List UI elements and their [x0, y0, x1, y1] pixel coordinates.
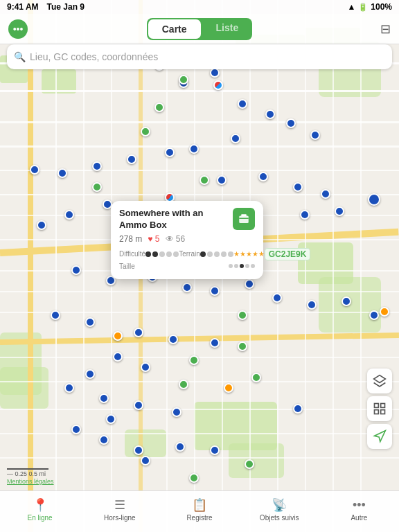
- cache-pin-green[interactable]: [179, 380, 188, 389]
- cache-pin[interactable]: [134, 445, 143, 455]
- cache-pin[interactable]: [85, 317, 95, 327]
- difficulte-label: Difficulté: [119, 250, 145, 258]
- cache-pin[interactable]: [238, 99, 247, 109]
- cache-pin[interactable]: [182, 283, 192, 292]
- tab-en-ligne[interactable]: 📍 En ligne: [0, 497, 80, 522]
- cache-pin[interactable]: [134, 400, 143, 410]
- cache-pin[interactable]: [57, 168, 67, 178]
- cache-pin[interactable]: [127, 154, 136, 164]
- cache-pin[interactable]: [134, 328, 143, 337]
- cache-pin-green[interactable]: [179, 75, 188, 85]
- cache-pin[interactable]: [71, 265, 81, 275]
- stars: ★★★★★: [233, 250, 265, 258]
- cache-pin[interactable]: [293, 404, 303, 414]
- cache-pin[interactable]: [51, 310, 60, 320]
- cache-pin[interactable]: [258, 172, 268, 181]
- menu-button[interactable]: •••: [8, 19, 28, 39]
- cache-pin[interactable]: [175, 442, 185, 452]
- cache-pin[interactable]: [245, 279, 254, 289]
- cache-pin[interactable]: [217, 175, 227, 185]
- cache-pin[interactable]: [342, 296, 351, 306]
- cache-pin-orange[interactable]: [113, 331, 123, 341]
- cache-pin[interactable]: [189, 144, 199, 154]
- cache-pin[interactable]: [30, 165, 39, 175]
- cache-pin-green[interactable]: [238, 342, 247, 351]
- tab-hors-ligne-label: Hors-ligne: [104, 514, 136, 522]
- cache-pin-green[interactable]: [200, 175, 209, 185]
- objets-suivis-icon: 📡: [272, 497, 287, 513]
- scale-line: [7, 468, 48, 470]
- cache-pin[interactable]: [231, 134, 240, 143]
- cache-pin[interactable]: [210, 286, 220, 296]
- svg-marker-8: [375, 431, 386, 442]
- scale-label: — 0.25 0.5 mi: [7, 470, 54, 477]
- svg-rect-7: [381, 410, 385, 414]
- legal-link[interactable]: Mentions légales: [7, 478, 54, 485]
- tab-liste[interactable]: Liste: [202, 18, 253, 40]
- map-controls: [367, 369, 392, 449]
- cache-pin-green[interactable]: [141, 127, 150, 136]
- tab-carte[interactable]: Carte: [148, 19, 201, 39]
- cache-pin[interactable]: [168, 335, 178, 344]
- cache-pin[interactable]: [265, 109, 275, 119]
- cache-pin[interactable]: [210, 445, 220, 455]
- tab-objets-suivis[interactable]: 📡 Objets suivis: [240, 497, 319, 522]
- layers-button[interactable]: [367, 369, 392, 393]
- cache-pin[interactable]: [272, 293, 282, 303]
- cache-pin[interactable]: [37, 220, 46, 230]
- tab-autre[interactable]: ••• Autre: [319, 498, 399, 522]
- cache-popup: Somewhere with an Ammo Box 278 m ♥ 5 👁 5…: [111, 201, 263, 279]
- cache-pin-multi[interactable]: [213, 80, 223, 90]
- cache-pin[interactable]: [321, 189, 330, 199]
- tab-hors-ligne[interactable]: ☰ Hors-ligne: [80, 497, 159, 522]
- cache-pin[interactable]: [71, 425, 81, 434]
- taille-label: Taille: [119, 263, 164, 270]
- cache-pin-green[interactable]: [238, 310, 247, 320]
- cache-pin[interactable]: [172, 407, 181, 417]
- filter-button[interactable]: ⊟: [380, 21, 391, 37]
- cache-pin-orange[interactable]: [224, 383, 233, 393]
- cache-pin[interactable]: [307, 300, 317, 310]
- cache-pin[interactable]: [368, 193, 380, 206]
- map[interactable]: 280: [0, 0, 399, 532]
- search-placeholder: Lieu, GC codes, coordonnées: [30, 51, 158, 62]
- scale-bar: — 0.25 0.5 mi Mentions légales: [7, 468, 54, 485]
- cache-pin[interactable]: [64, 210, 74, 220]
- cache-pin-green[interactable]: [154, 103, 164, 112]
- cache-pin[interactable]: [106, 414, 116, 424]
- search-bar[interactable]: 🔍 Lieu, GC codes, coordonnées: [7, 44, 392, 69]
- cache-pin-green[interactable]: [189, 473, 199, 483]
- cache-pin[interactable]: [293, 182, 303, 192]
- cache-pin[interactable]: [64, 383, 74, 393]
- cache-pin[interactable]: [210, 338, 220, 348]
- cache-pin[interactable]: [141, 362, 150, 372]
- cache-pin[interactable]: [286, 118, 296, 128]
- status-time: 9:41 AM: [7, 2, 39, 12]
- tab-registre[interactable]: 📋 Registre: [159, 497, 239, 522]
- cache-pin[interactable]: [99, 393, 109, 403]
- gc-code[interactable]: GC2JE9K: [265, 248, 311, 260]
- settings-button[interactable]: [367, 396, 392, 421]
- cache-pin-green[interactable]: [92, 182, 102, 192]
- cache-pin[interactable]: [99, 435, 109, 445]
- cache-pin[interactable]: [310, 130, 320, 140]
- svg-rect-1: [241, 214, 247, 216]
- cache-pin-green[interactable]: [189, 355, 199, 365]
- svg-rect-0: [239, 216, 249, 224]
- cache-pin[interactable]: [165, 148, 175, 157]
- cache-pin[interactable]: [92, 161, 102, 171]
- cache-pin[interactable]: [300, 210, 310, 220]
- cache-pin-green[interactable]: [245, 459, 254, 469]
- cache-pin[interactable]: [141, 456, 150, 466]
- cache-pin[interactable]: [335, 206, 344, 216]
- en-ligne-icon: 📍: [33, 497, 48, 513]
- cache-pin-orange[interactable]: [380, 307, 389, 317]
- cache-pin[interactable]: [85, 369, 95, 379]
- battery-level: 100%: [371, 2, 392, 12]
- cache-pin-green[interactable]: [251, 373, 261, 382]
- cache-pin[interactable]: [113, 352, 123, 362]
- cache-pin[interactable]: [210, 68, 220, 78]
- cache-pin[interactable]: [369, 310, 379, 320]
- location-button[interactable]: [367, 424, 392, 449]
- popup-cache-icon[interactable]: [233, 208, 255, 230]
